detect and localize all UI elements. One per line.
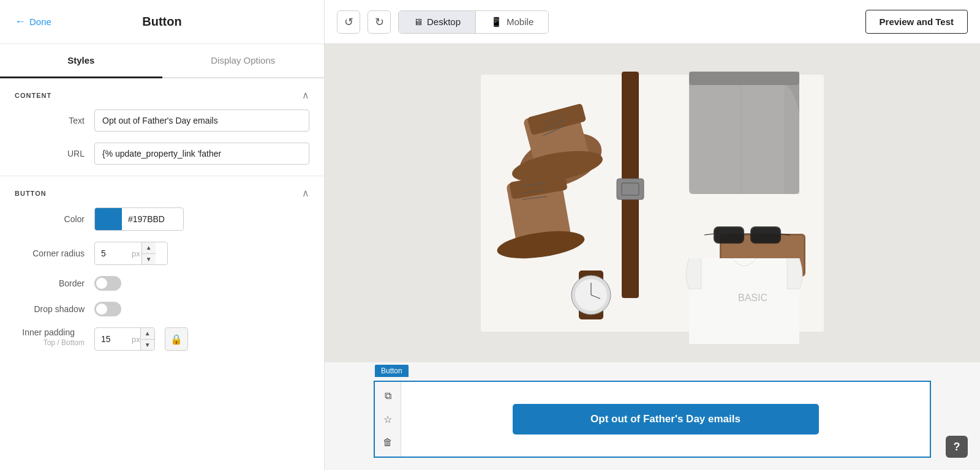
button-section-title: BUTTON [15, 190, 47, 197]
corner-radius-field-row: Corner radius px ▲ ▼ [15, 242, 309, 265]
inner-padding-controls: px ▲ ▼ 🔒 [94, 327, 188, 351]
content-section-title: CONTENT [15, 92, 51, 99]
text-field-row: Text [15, 110, 309, 132]
url-field-row: URL [15, 143, 309, 165]
inner-padding-unit: px [132, 335, 140, 344]
desktop-button[interactable]: 🖥 Desktop [399, 11, 475, 33]
border-toggle[interactable] [94, 276, 121, 291]
mobile-button[interactable]: 📱 Mobile [476, 11, 548, 33]
url-input[interactable] [94, 143, 309, 165]
done-button[interactable]: ← Done [15, 15, 51, 28]
corner-radius-label: Corner radius [15, 248, 94, 258]
svg-rect-29 [752, 228, 780, 242]
padding-stepper: ▲ ▼ [140, 327, 154, 351]
button-collapse-icon[interactable]: ∧ [302, 187, 309, 199]
undo-button[interactable]: ↺ [337, 10, 360, 34]
drop-shadow-label: Drop shadow [15, 304, 94, 314]
desktop-icon: 🖥 [413, 17, 423, 27]
border-field-row: Border [15, 276, 309, 291]
back-arrow-icon: ← [15, 15, 26, 28]
drop-shadow-field-row: Drop shadow [15, 302, 309, 316]
button-section: BUTTON ∧ Color Corner radius px ▲ [0, 176, 324, 351]
svg-text:BASIC: BASIC [738, 293, 767, 303]
text-label: Text [15, 116, 94, 125]
drop-shadow-toggle[interactable] [94, 302, 121, 316]
side-tools: ⧉ ☆ 🗑 [375, 382, 401, 457]
tab-styles[interactable]: Styles [0, 44, 162, 78]
svg-rect-28 [715, 228, 743, 242]
content-section-header: CONTENT ∧ [15, 78, 309, 110]
button-preview-inner: Opt out of Father's Day emails [401, 382, 930, 457]
help-button[interactable]: ? [946, 436, 968, 458]
panel-header: ← Done Button [0, 0, 324, 44]
tab-display-options[interactable]: Display Options [162, 44, 325, 78]
border-toggle-slider [94, 276, 121, 291]
button-preview-section: Button ⧉ ☆ 🗑 Opt out of Father's Day ema… [325, 362, 980, 470]
content-collapse-icon[interactable]: ∧ [302, 89, 309, 101]
preview-toolbar: ↺ ↻ 🖥 Desktop 📱 Mobile Preview and Test [325, 0, 980, 44]
panel-body: CONTENT ∧ Text URL BUTTON ∧ Colo [0, 78, 324, 470]
preview-area: BASIC Button ⧉ ☆ 🗑 Opt out of Father's D… [325, 44, 980, 470]
lock-button[interactable]: 🔒 [165, 327, 188, 351]
button-tag: Button [375, 365, 409, 377]
panel-title: Button [142, 15, 181, 29]
inner-padding-label-col: Inner padding Top / Bottom [15, 327, 94, 347]
svg-rect-17 [689, 72, 799, 194]
redo-button[interactable]: ↻ [368, 10, 391, 34]
inner-padding-label: Inner padding [15, 327, 85, 337]
svg-rect-20 [689, 72, 799, 85]
done-label: Done [29, 17, 51, 27]
preview-and-test-button[interactable]: Preview and Test [865, 10, 968, 34]
right-panel: ↺ ↻ 🖥 Desktop 📱 Mobile Preview and Test [325, 0, 980, 470]
border-label: Border [15, 278, 94, 288]
email-cta-button[interactable]: Opt out of Father's Day emails [513, 404, 819, 435]
color-swatch [95, 208, 122, 230]
left-panel: ← Done Button Styles Display Options CON… [0, 0, 325, 470]
corner-radius-increment[interactable]: ▲ [142, 242, 156, 254]
redo-icon: ↻ [375, 15, 384, 29]
clothing-image: BASIC [325, 44, 980, 362]
padding-decrement[interactable]: ▼ [141, 340, 154, 351]
delete-tool-button[interactable]: 🗑 [379, 433, 397, 452]
svg-rect-15 [617, 179, 644, 200]
padding-increment[interactable]: ▲ [141, 327, 154, 340]
device-toggle: 🖥 Desktop 📱 Mobile [398, 10, 549, 34]
tabs-row: Styles Display Options [0, 44, 324, 78]
corner-radius-wrap: px ▲ ▼ [94, 242, 168, 265]
url-label: URL [15, 149, 94, 159]
corner-radius-input[interactable] [95, 248, 132, 258]
inner-padding-input[interactable] [95, 334, 132, 344]
corner-radius-stepper: ▲ ▼ [141, 242, 156, 264]
corner-radius-unit: px [132, 249, 141, 258]
inner-padding-sublabel: Top / Bottom [15, 338, 85, 347]
color-field-wrap[interactable] [94, 207, 184, 231]
color-field-row: Color [15, 207, 309, 231]
text-input[interactable] [94, 110, 309, 132]
color-hex-input[interactable] [122, 214, 183, 224]
desktop-label: Desktop [427, 17, 461, 27]
color-label: Color [15, 214, 94, 224]
padding-field-wrap: px ▲ ▼ [94, 327, 155, 351]
button-section-header: BUTTON ∧ [15, 176, 309, 207]
corner-radius-decrement[interactable]: ▼ [142, 254, 156, 265]
content-section: CONTENT ∧ Text URL [0, 78, 324, 165]
mobile-label: Mobile [507, 17, 533, 27]
undo-icon: ↺ [344, 15, 353, 29]
copy-tool-button[interactable]: ⧉ [379, 387, 397, 405]
favorite-tool-button[interactable]: ☆ [379, 410, 397, 428]
drop-shadow-toggle-slider [94, 302, 121, 316]
mobile-icon: 📱 [491, 17, 502, 28]
clothing-svg: BASIC [420, 62, 885, 344]
inner-padding-row: Inner padding Top / Bottom px ▲ ▼ 🔒 [15, 327, 309, 351]
button-preview-container: Button ⧉ ☆ 🗑 Opt out of Father's Day ema… [374, 381, 931, 458]
